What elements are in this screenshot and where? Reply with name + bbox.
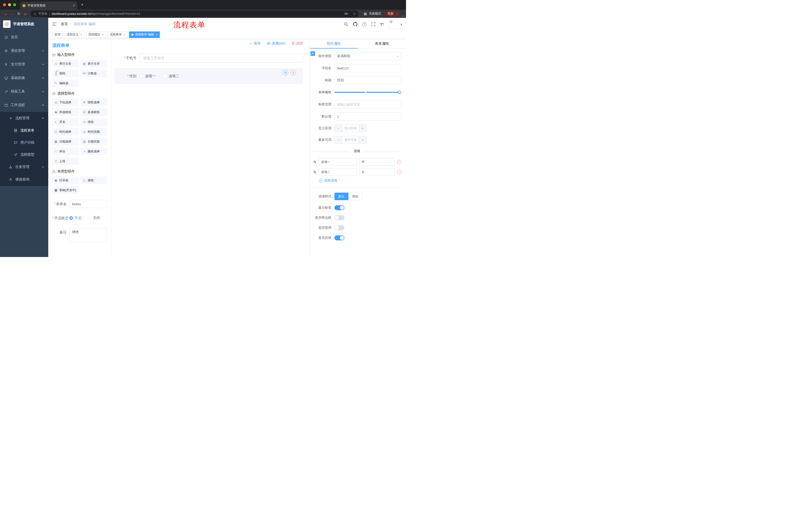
help-icon[interactable]: ? bbox=[362, 22, 367, 26]
component-counter[interactable]: 123计数器 bbox=[81, 70, 107, 77]
forward-icon[interactable]: → bbox=[9, 11, 16, 16]
status-on-radio[interactable]: 开启 bbox=[69, 216, 82, 220]
avatar[interactable] bbox=[389, 19, 398, 29]
tag-close-icon[interactable]: × bbox=[124, 33, 125, 36]
gender-option1-checkbox[interactable]: 选项一 bbox=[140, 74, 155, 78]
slider-track[interactable] bbox=[335, 92, 400, 93]
search-icon[interactable] bbox=[344, 22, 348, 26]
component-color-picker[interactable]: ◑颜色选择 bbox=[81, 147, 107, 155]
form-name-input[interactable] bbox=[69, 200, 107, 208]
field-name-input[interactable] bbox=[335, 64, 402, 72]
style-default-button[interactable]: 默认 bbox=[335, 193, 348, 200]
component-multi-text[interactable]: ▤多行文本 bbox=[81, 60, 107, 67]
option2-value-input[interactable] bbox=[359, 168, 395, 176]
bookmark-star-icon[interactable]: ☆ bbox=[353, 12, 356, 16]
tag-close-icon[interactable]: × bbox=[156, 33, 157, 36]
option1-value-input[interactable] bbox=[359, 158, 395, 166]
tag-process-form-edit[interactable]: 流程表单-编辑 × bbox=[129, 31, 160, 38]
home-icon[interactable]: ⌂ bbox=[22, 11, 29, 16]
tab-form-props[interactable]: 表单属性 bbox=[358, 39, 406, 48]
tag-process-model[interactable]: 流程模型 × bbox=[86, 31, 106, 38]
option1-label-input[interactable] bbox=[319, 158, 357, 166]
avatar-caret-icon[interactable]: ▾ bbox=[401, 23, 402, 26]
browser-menu-icon[interactable]: ⋮ bbox=[395, 12, 399, 16]
canvas-field-gender-selected[interactable]: 性别 选项一 选项二 bbox=[114, 68, 303, 84]
disabled-switch[interactable] bbox=[335, 225, 344, 231]
component-upload[interactable]: ↥上传 bbox=[52, 157, 79, 165]
component-single-text[interactable]: ▭单行文本 bbox=[52, 60, 79, 67]
tab-close-icon[interactable]: × bbox=[73, 4, 75, 7]
browser-tab[interactable]: 芋道管理系统 × bbox=[20, 1, 77, 9]
sidebar-item-task-mgmt[interactable]: 任务管理 bbox=[0, 161, 48, 173]
sidebar-item-workflow[interactable]: 工作流程 bbox=[0, 98, 48, 112]
address-bar[interactable]: ⚠ 不安全 dashboard.yudao.iocoder.cn/bpm/man… bbox=[31, 10, 359, 17]
show-label-switch[interactable] bbox=[335, 205, 344, 210]
browser-update-button[interactable]: 更新 ⋮ bbox=[384, 11, 401, 17]
default-value-input[interactable] bbox=[335, 112, 402, 120]
minimize-window-button[interactable] bbox=[8, 3, 11, 6]
clear-button[interactable]: 清空 bbox=[291, 41, 303, 46]
remark-textarea[interactable]: 嘿嘿 bbox=[69, 228, 107, 242]
sidebar-item-process-mgmt[interactable]: ≡ 流程管理 bbox=[0, 112, 48, 125]
status-off-radio[interactable]: 关闭 bbox=[88, 216, 100, 220]
component-radio-group[interactable]: ◉单选框组 bbox=[52, 108, 79, 116]
password-key-icon[interactable] bbox=[344, 12, 348, 16]
component-button[interactable]: ▢按钮 bbox=[81, 177, 107, 184]
view-json-button[interactable]: 查看json bbox=[266, 41, 285, 46]
min-select-input[interactable] bbox=[342, 125, 359, 132]
gender-option2-checkbox[interactable]: 选项二 bbox=[163, 74, 179, 78]
tag-home[interactable]: 首页 bbox=[52, 31, 63, 38]
drag-handle-icon[interactable] bbox=[313, 160, 317, 164]
option2-label-input[interactable] bbox=[319, 168, 357, 176]
font-size-icon[interactable]: TT bbox=[380, 22, 384, 26]
form-grid-slider[interactable] bbox=[335, 88, 400, 96]
decrease-button[interactable]: − bbox=[335, 136, 342, 143]
max-select-input[interactable] bbox=[342, 136, 359, 143]
close-window-button[interactable] bbox=[3, 3, 6, 6]
toolbar-caret-icon[interactable]: ▾ bbox=[402, 15, 404, 18]
component-select[interactable]: ◎下拉选择 bbox=[52, 99, 79, 106]
increase-button[interactable]: + bbox=[359, 125, 366, 132]
delete-widget-button[interactable] bbox=[290, 70, 296, 76]
component-time-picker[interactable]: ◷时间选择 bbox=[52, 128, 79, 136]
sidebar-item-infra[interactable]: 基础设施 bbox=[0, 71, 48, 85]
slider-handle[interactable] bbox=[398, 90, 401, 94]
canvas-field-phone[interactable]: 手机号 bbox=[114, 54, 303, 63]
back-icon[interactable]: ← bbox=[2, 11, 9, 16]
remove-option-button[interactable]: − bbox=[397, 170, 402, 174]
tag-process-form[interactable]: 流程表单 × bbox=[108, 31, 127, 38]
tag-close-icon[interactable]: × bbox=[80, 33, 82, 36]
component-password[interactable]: 密码 bbox=[52, 70, 79, 77]
component-switch[interactable]: ◐开关 bbox=[52, 118, 79, 126]
component-row-container[interactable]: ▣行容器 bbox=[52, 177, 79, 184]
component-table[interactable]: ▦表格[开发中] bbox=[52, 186, 79, 194]
sidebar-item-home[interactable]: 首页 bbox=[0, 30, 48, 44]
copy-widget-button[interactable] bbox=[283, 70, 288, 76]
new-tab-button[interactable]: + bbox=[81, 2, 84, 7]
tag-process-definition[interactable]: 流程定义 × bbox=[64, 31, 84, 38]
component-type-select[interactable]: 多选框组 bbox=[335, 52, 402, 60]
decrease-button[interactable]: − bbox=[335, 125, 342, 132]
component-editor[interactable]: ✎编辑器 bbox=[52, 79, 79, 87]
sidebar-item-process-model[interactable]: 流程模型 bbox=[0, 148, 48, 161]
component-cascader[interactable]: ⋔级联选择 bbox=[81, 99, 107, 106]
component-checkbox-group[interactable]: ☑多选框组 bbox=[81, 108, 107, 116]
with-border-switch[interactable] bbox=[335, 215, 344, 220]
sidebar-item-process-form[interactable]: 流程表单 bbox=[0, 125, 48, 137]
label-width-input[interactable] bbox=[335, 100, 402, 108]
component-rate[interactable]: ☆评分 bbox=[52, 147, 79, 155]
required-switch[interactable] bbox=[335, 235, 344, 240]
sidebar-item-devtools[interactable]: 研发工具 bbox=[0, 85, 48, 98]
fullscreen-icon[interactable] bbox=[371, 22, 375, 26]
maximize-window-button[interactable] bbox=[13, 3, 16, 6]
component-date-range[interactable]: ▥日期范围 bbox=[81, 138, 107, 145]
save-button[interactable]: ✓ 保存 bbox=[250, 41, 261, 46]
remove-option-button[interactable]: − bbox=[397, 160, 402, 164]
component-time-range[interactable]: ◶时间范围 bbox=[81, 128, 107, 136]
tag-close-icon[interactable]: × bbox=[102, 33, 104, 36]
github-icon[interactable] bbox=[353, 22, 357, 26]
drag-handle-icon[interactable] bbox=[313, 170, 317, 174]
sidebar-item-payment[interactable]: ¥ 支付管理 bbox=[0, 58, 48, 71]
reload-icon[interactable]: ↻ bbox=[16, 11, 22, 16]
sidebar-item-system[interactable]: ⚙ 系统管理 bbox=[0, 44, 48, 58]
